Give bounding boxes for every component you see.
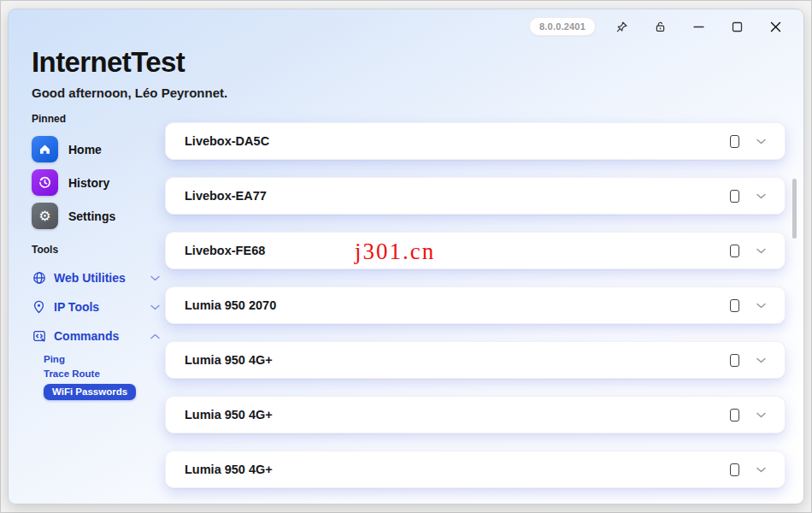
sidebar-item-wifi-passwords[interactable]: WiFi Passwords (44, 384, 136, 400)
chevron-up-icon (150, 333, 160, 339)
network-card[interactable]: Lumia 950 4G+ (165, 341, 786, 379)
network-name: Livebox-DA5C (185, 134, 730, 148)
chevron-down-icon[interactable] (756, 303, 766, 309)
lock-button[interactable] (647, 15, 673, 38)
copy-icon[interactable] (730, 245, 739, 257)
sidebar-item-settings[interactable]: ⚙ Settings (32, 199, 165, 233)
version-badge: 8.0.0.2401 (529, 17, 596, 36)
commands-icon (32, 329, 46, 344)
chevron-down-icon (150, 275, 160, 281)
screenshot-stage: 8.0.0.2401 (0, 0, 812, 513)
copy-icon[interactable] (730, 190, 739, 203)
scrollbar-thumb[interactable] (792, 179, 797, 239)
app-title: InternetTest (32, 45, 803, 80)
network-name: Lumia 950 4G+ (185, 408, 730, 422)
gear-icon: ⚙ (32, 203, 58, 229)
wifi-network-list: Livebox-DA5C Livebox-EA77 Livebox-FE68 (165, 108, 803, 504)
chevron-down-icon[interactable] (756, 467, 766, 473)
tool-label: Commands (54, 329, 150, 343)
network-card[interactable]: Lumia 950 4G+ (165, 451, 786, 488)
network-card[interactable]: Livebox-DA5C (165, 122, 786, 160)
commands-sub-list: Ping Trace Route WiFi Passwords (44, 352, 165, 400)
chevron-down-icon[interactable] (756, 412, 766, 418)
sidebar-item-label: Settings (68, 209, 115, 223)
location-pin-icon (32, 300, 46, 315)
pin-on-top-button[interactable] (609, 15, 634, 38)
sidebar-item-label: History (68, 176, 109, 190)
chevron-down-icon (150, 304, 160, 310)
chevron-down-icon[interactable] (756, 139, 766, 144)
close-button[interactable] (762, 15, 788, 38)
chevron-down-icon[interactable] (756, 193, 766, 199)
network-name: Livebox-FE68 (185, 244, 730, 257)
close-icon (770, 21, 781, 32)
network-name: Livebox-EA77 (185, 189, 730, 203)
sidebar-item-web-utilities[interactable]: Web Utilities (32, 263, 160, 292)
pinned-section-label: Pinned (32, 113, 165, 125)
network-card[interactable]: Lumia 950 4G+ (165, 396, 786, 433)
sidebar-item-commands[interactable]: Commands (32, 321, 160, 351)
chevron-down-icon[interactable] (756, 357, 766, 363)
copy-icon[interactable] (730, 463, 739, 476)
page-header: InternetTest Good afternoon, Léo Peyronn… (9, 44, 803, 100)
chevron-down-icon[interactable] (756, 248, 766, 254)
home-icon (32, 136, 58, 162)
minimize-icon (693, 21, 704, 32)
maximize-icon (732, 21, 743, 32)
sidebar-item-home[interactable]: Home (32, 133, 165, 166)
network-name: Lumia 950 2070 (185, 298, 730, 312)
maximize-button[interactable] (724, 15, 750, 38)
copy-icon[interactable] (730, 135, 739, 148)
copy-icon[interactable] (730, 299, 739, 312)
sidebar-item-label: Home (68, 143, 102, 156)
network-card[interactable]: Livebox-FE68 (165, 232, 786, 269)
sidebar-item-ip-tools[interactable]: IP Tools (32, 292, 160, 321)
network-name: Lumia 950 4G+ (185, 353, 730, 367)
minimize-button[interactable] (685, 15, 711, 38)
copy-icon[interactable] (730, 354, 739, 367)
body-row: Pinned Home History (9, 100, 803, 504)
sidebar: Pinned Home History (32, 108, 165, 400)
titlebar: 8.0.0.2401 (9, 9, 803, 44)
copy-icon[interactable] (730, 409, 739, 422)
sidebar-item-ping[interactable]: Ping (44, 352, 165, 367)
sidebar-item-trace-route[interactable]: Trace Route (44, 367, 165, 381)
greeting-text: Good afternoon, Léo Peyronnet. (32, 86, 803, 100)
history-icon (32, 169, 58, 196)
globe-icon (32, 271, 46, 286)
sidebar-item-history[interactable]: History (32, 166, 165, 199)
tools-section-label: Tools (32, 244, 165, 256)
network-card[interactable]: Lumia 950 2070 (165, 286, 786, 324)
network-name: Lumia 950 4G+ (185, 463, 730, 476)
tool-label: Web Utilities (54, 271, 150, 285)
tool-label: IP Tools (54, 300, 150, 314)
network-card[interactable]: Livebox-EA77 (165, 177, 786, 215)
pin-icon (615, 21, 628, 33)
app-window: 8.0.0.2401 (8, 9, 804, 504)
lock-icon (654, 21, 667, 33)
